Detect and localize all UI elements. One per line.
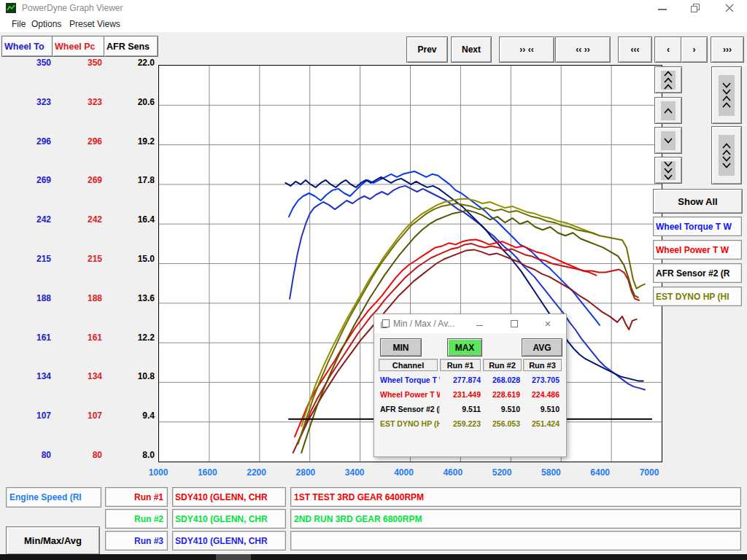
dialog-maximize-button[interactable] bbox=[506, 316, 523, 332]
run-label-2[interactable]: Run #2 bbox=[105, 509, 168, 529]
x-axis-channel-button[interactable]: Engine Speed (RI bbox=[6, 487, 101, 508]
y-tick-afr-sensor: 9.4 bbox=[109, 411, 155, 422]
column-header-channel[interactable]: Channel bbox=[379, 359, 438, 371]
y-tick-wheel-power: 134 bbox=[64, 371, 102, 383]
column-header-run3[interactable]: Run #3 bbox=[523, 359, 562, 371]
zoom-out-vertical-button-glyph bbox=[719, 135, 735, 176]
y-tick-afr-sensor: 10.8 bbox=[109, 371, 155, 383]
channel-button-0[interactable]: Wheel To bbox=[1, 36, 54, 57]
dialog-row-1: Wheel Power T W231.449228.619224.486 bbox=[374, 390, 566, 402]
prev-button[interactable]: Prev bbox=[406, 36, 448, 63]
max-button[interactable]: MAX bbox=[447, 338, 482, 357]
scroll-left-button[interactable]: ‹ bbox=[654, 36, 682, 63]
scroll-left-fast-button[interactable]: ‹‹‹ bbox=[618, 36, 652, 63]
dialog-row-value: 273.705 bbox=[522, 376, 560, 387]
y-tick-wheel-power: 107 bbox=[64, 411, 102, 422]
next-button[interactable]: Next bbox=[451, 36, 492, 63]
y-tick-afr-sensor: 19.2 bbox=[109, 136, 155, 148]
spin-up-fast-button[interactable] bbox=[654, 66, 682, 93]
y-tick-afr-sensor: 20.6 bbox=[109, 97, 155, 109]
show-all-button[interactable]: Show All bbox=[653, 189, 743, 214]
dialog-row-value: 231.449 bbox=[438, 390, 481, 402]
zoom-in-vertical-button-glyph bbox=[719, 75, 735, 116]
dialog-row-value: 277.874 bbox=[438, 376, 481, 387]
avg-button[interactable]: AVG bbox=[522, 338, 562, 357]
y-tick-wheel-torque: 242 bbox=[13, 214, 51, 226]
x-tick-engine-speed: 4600 bbox=[443, 467, 462, 479]
dialog-row-channel: Wheel Power T W bbox=[380, 390, 440, 402]
spin-down-button[interactable] bbox=[654, 127, 682, 154]
dialog-close-button[interactable]: × bbox=[539, 316, 557, 332]
window-title: PowerDyne Graph Viewer bbox=[22, 3, 123, 13]
dialog-row-value: 259.223 bbox=[438, 419, 481, 431]
run-description-1[interactable]: 1ST TEST 3RD GEAR 6400RPM bbox=[290, 487, 741, 507]
dialog-row-value: 256.053 bbox=[482, 419, 520, 431]
y-tick-afr-sensor: 15.0 bbox=[109, 254, 155, 265]
y-tick-wheel-torque: 269 bbox=[13, 175, 51, 187]
dialog-row-3: EST DYNO HP (HI259.223256.053251.424 bbox=[374, 419, 566, 431]
dialog-row-channel: Wheel Torque T W bbox=[380, 376, 440, 387]
y-tick-wheel-power: 323 bbox=[64, 97, 102, 109]
scroll-right-button[interactable]: › bbox=[681, 36, 708, 63]
channel-label-0[interactable]: Wheel Torque T W bbox=[653, 217, 742, 236]
y-tick-wheel-power: 350 bbox=[64, 58, 102, 69]
x-tick-engine-speed: 5200 bbox=[492, 467, 512, 479]
channel-label-1[interactable]: Wheel Power T W bbox=[653, 240, 742, 260]
y-tick-wheel-power: 296 bbox=[64, 136, 102, 148]
run-file-1[interactable]: SDY410 (GLENN, CHR bbox=[172, 487, 286, 507]
app-icon bbox=[6, 3, 16, 13]
run-description-2[interactable]: 2ND RUN 3RD GEAR 6800RPM bbox=[290, 509, 741, 529]
y-tick-wheel-power: 161 bbox=[64, 332, 102, 344]
column-header-run1[interactable]: Run #1 bbox=[440, 359, 481, 371]
spin-up-fast-button-glyph bbox=[661, 71, 676, 90]
run-file-3[interactable]: SDY410 (GLENN, CHR bbox=[172, 531, 286, 551]
x-tick-engine-speed: 7000 bbox=[640, 467, 659, 479]
x-tick-engine-speed: 6400 bbox=[590, 467, 610, 479]
channel-label-3[interactable]: EST DYNO HP (HI bbox=[653, 287, 742, 306]
minmax-avg-button[interactable]: Min/Max/Avg bbox=[6, 526, 100, 555]
menu-preset-views[interactable]: Preset Views bbox=[69, 19, 120, 29]
minimize-button[interactable] bbox=[651, 0, 673, 16]
powerdyne-window: PowerDyne Graph Viewer File Options Pres… bbox=[0, 0, 747, 560]
dialog-row-value: 9.511 bbox=[438, 405, 481, 416]
close-button[interactable] bbox=[719, 0, 740, 16]
compress-horizontal-button[interactable]: ›› ‹‹ bbox=[499, 36, 554, 63]
channel-label-2[interactable]: AFR Sensor #2 (R bbox=[653, 263, 742, 283]
y-tick-wheel-torque: 350 bbox=[13, 58, 51, 69]
y-tick-wheel-torque: 188 bbox=[13, 293, 51, 305]
close-icon bbox=[725, 4, 734, 12]
zoom-out-vertical-button[interactable] bbox=[711, 126, 742, 184]
series-wheel-torque-run-1 bbox=[289, 171, 600, 325]
menu-file[interactable]: File bbox=[12, 19, 26, 29]
spin-down-fast-button[interactable] bbox=[654, 157, 682, 184]
x-tick-engine-speed: 2800 bbox=[296, 467, 316, 479]
dialog-title: Min / Max / Av... bbox=[393, 319, 454, 329]
scroll-right-fast-button[interactable]: ››› bbox=[711, 36, 744, 63]
run-label-3[interactable]: Run #3 bbox=[105, 531, 168, 551]
form-icon bbox=[380, 319, 390, 329]
y-tick-wheel-power: 80 bbox=[64, 450, 102, 462]
channel-button-2[interactable]: AFR Sens bbox=[104, 36, 158, 57]
minmax-dialog[interactable]: Min / Max / Av... × MIN MAX AVG Channel … bbox=[374, 314, 567, 457]
zoom-in-vertical-button[interactable] bbox=[711, 66, 742, 124]
y-tick-wheel-power: 242 bbox=[64, 214, 102, 226]
expand-horizontal-button[interactable]: ‹‹ ›› bbox=[555, 36, 611, 63]
dialog-minimize-button[interactable] bbox=[471, 316, 488, 332]
y-tick-wheel-torque: 107 bbox=[13, 411, 51, 422]
dialog-row-2: AFR Sensor #2 (R9.5119.5109.510 bbox=[374, 405, 566, 416]
channel-button-1[interactable]: Wheel Pc bbox=[52, 36, 106, 57]
run-file-2[interactable]: SDY410 (GLENN, CHR bbox=[172, 509, 286, 529]
restore-button[interactable] bbox=[684, 0, 706, 16]
dialog-row-0: Wheel Torque T W277.874268.028273.705 bbox=[374, 376, 566, 387]
run-description-3[interactable] bbox=[290, 531, 741, 551]
dialog-title-bar[interactable]: Min / Max / Av... × bbox=[374, 314, 566, 333]
min-button[interactable]: MIN bbox=[380, 338, 422, 357]
run-label-1[interactable]: Run #1 bbox=[105, 487, 168, 507]
dialog-row-value: 268.028 bbox=[482, 376, 520, 387]
spin-up-button[interactable] bbox=[654, 97, 682, 124]
column-header-run2[interactable]: Run #2 bbox=[483, 359, 522, 371]
y-tick-wheel-power: 269 bbox=[64, 175, 102, 187]
dialog-row-channel: AFR Sensor #2 (R bbox=[380, 405, 440, 416]
spin-up-button-glyph bbox=[661, 101, 676, 120]
menu-options[interactable]: Options bbox=[31, 19, 61, 29]
